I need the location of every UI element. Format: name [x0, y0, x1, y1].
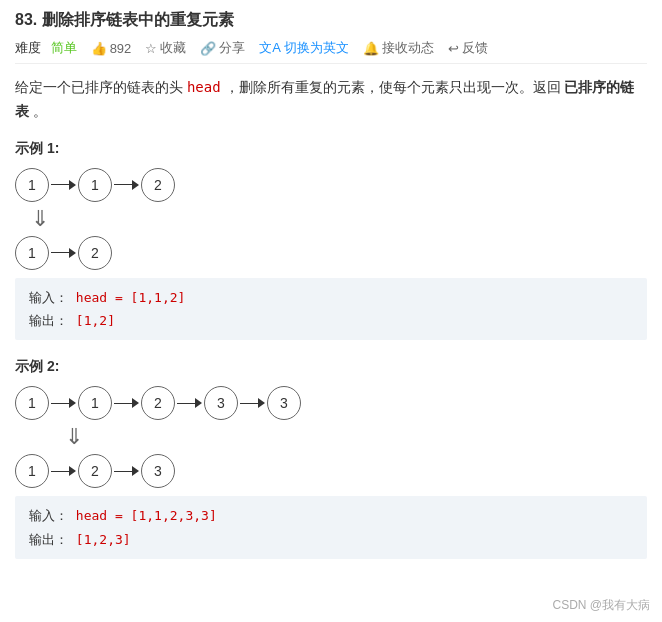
- ex2-in-arrow-3: [240, 398, 265, 408]
- ex2-output-value: [1,2,3]: [76, 532, 131, 547]
- likes-item[interactable]: 👍 892: [91, 41, 132, 56]
- example1-section: 示例 1: 1 1 2 ⇓ 1 2 输入：: [15, 140, 647, 341]
- alert-item[interactable]: 🔔 接收动态: [363, 39, 434, 57]
- collect-item[interactable]: ☆ 收藏: [145, 39, 186, 57]
- ex1-output-value: [1,2]: [76, 313, 115, 328]
- example2-output-line: 输出： [1,2,3]: [29, 528, 633, 551]
- ex2-in-node-3: 3: [204, 386, 238, 420]
- like-icon: 👍: [91, 41, 107, 56]
- ex2-out-node-1: 2: [78, 454, 112, 488]
- ex2-down-arrow-icon: ⇓: [65, 424, 83, 450]
- example1-title: 示例 1:: [15, 140, 647, 158]
- ex2-in-node-0: 1: [15, 386, 49, 420]
- feedback-item[interactable]: ↩ 反馈: [448, 39, 488, 57]
- watermark: CSDN @我有大病: [552, 597, 650, 614]
- page-title: 83. 删除排序链表中的重复元素: [15, 10, 647, 31]
- ex1-in-node-0: 1: [15, 168, 49, 202]
- bell-icon: 🔔: [363, 41, 379, 56]
- ex1-output-label: 输出：: [29, 313, 68, 328]
- alert-label: 接收动态: [382, 39, 434, 57]
- desc-text-before: 给定一个已排序的链表的头: [15, 79, 183, 95]
- page-container: 83. 删除排序链表中的重复元素 难度 简单 👍 892 ☆ 收藏 🔗 分享 文…: [0, 0, 662, 587]
- ex2-out-node-2: 3: [141, 454, 175, 488]
- likes-count: 892: [110, 41, 132, 56]
- ex2-out-arrow-1: [114, 466, 139, 476]
- ex2-out-arrow-0: [51, 466, 76, 476]
- example1-output-row: 1 2: [15, 236, 647, 270]
- feedback-label: 反馈: [462, 39, 488, 57]
- ex2-in-node-2: 2: [141, 386, 175, 420]
- ex2-output-label: 输出：: [29, 532, 68, 547]
- translate-icon: 文A: [259, 39, 281, 57]
- example2-input-diagram: 1 1 2 3 3 ⇓ 1 2 3: [15, 386, 647, 488]
- example1-input-line: 输入： head = [1,1,2]: [29, 286, 633, 309]
- ex2-in-node-1: 1: [78, 386, 112, 420]
- example2-title: 示例 2:: [15, 358, 647, 376]
- ex2-in-node-4: 3: [267, 386, 301, 420]
- ex2-in-arrow-0: [51, 398, 76, 408]
- ex1-in-arrow-1: [114, 180, 139, 190]
- desc-text-end: 。: [33, 103, 47, 119]
- ex1-in-node-1: 1: [78, 168, 112, 202]
- translate-label: 切换为英文: [284, 39, 349, 57]
- ex2-input-label: 输入：: [29, 508, 68, 523]
- ex1-out-node-1: 2: [78, 236, 112, 270]
- ex2-in-arrow-1: [114, 398, 139, 408]
- example1-input-diagram: 1 1 2 ⇓ 1 2: [15, 168, 647, 270]
- desc-keyword-head: head: [187, 79, 221, 95]
- ex1-input-label: 输入：: [29, 290, 68, 305]
- difficulty-level: 简单: [51, 39, 77, 57]
- collect-label: 收藏: [160, 39, 186, 57]
- example2-input-row: 1 1 2 3 3: [15, 386, 647, 420]
- share-label: 分享: [219, 39, 245, 57]
- example2-input-line: 输入： head = [1,1,2,3,3]: [29, 504, 633, 527]
- difficulty-item[interactable]: 难度 简单: [15, 39, 77, 57]
- ex1-out-node-0: 1: [15, 236, 49, 270]
- desc-text-middle: ，删除所有重复的元素，使每个元素只出现一次。返回: [225, 79, 561, 95]
- example1-output-line: 输出： [1,2]: [29, 309, 633, 332]
- translate-item[interactable]: 文A 切换为英文: [259, 39, 349, 57]
- ex2-input-value: head = [1,1,2,3,3]: [76, 508, 217, 523]
- example1-input-row: 1 1 2: [15, 168, 647, 202]
- problem-description: 给定一个已排序的链表的头 head ，删除所有重复的元素，使每个元素只出现一次。…: [15, 76, 647, 124]
- ex2-down-arrow-container: ⇓: [65, 424, 647, 450]
- example2-section: 示例 2: 1 1 2 3 3 ⇓ 1 2: [15, 358, 647, 559]
- example2-output-row: 1 2 3: [15, 454, 647, 488]
- toolbar: 难度 简单 👍 892 ☆ 收藏 🔗 分享 文A 切换为英文 🔔 接收动态 ↩ …: [15, 39, 647, 64]
- share-item[interactable]: 🔗 分享: [200, 39, 245, 57]
- example2-io-box: 输入： head = [1,1,2,3,3] 输出： [1,2,3]: [15, 496, 647, 559]
- star-icon: ☆: [145, 41, 157, 56]
- ex2-in-arrow-2: [177, 398, 202, 408]
- ex1-down-arrow-icon: ⇓: [31, 206, 49, 232]
- difficulty-label: 难度: [15, 39, 41, 57]
- ex1-in-node-2: 2: [141, 168, 175, 202]
- ex2-out-node-0: 1: [15, 454, 49, 488]
- ex1-down-arrow-container: ⇓: [31, 206, 647, 232]
- ex1-input-value: head = [1,1,2]: [76, 290, 186, 305]
- ex1-out-arrow-0: [51, 248, 76, 258]
- share-icon: 🔗: [200, 41, 216, 56]
- feedback-icon: ↩: [448, 41, 459, 56]
- ex1-in-arrow-0: [51, 180, 76, 190]
- example1-io-box: 输入： head = [1,1,2] 输出： [1,2]: [15, 278, 647, 341]
